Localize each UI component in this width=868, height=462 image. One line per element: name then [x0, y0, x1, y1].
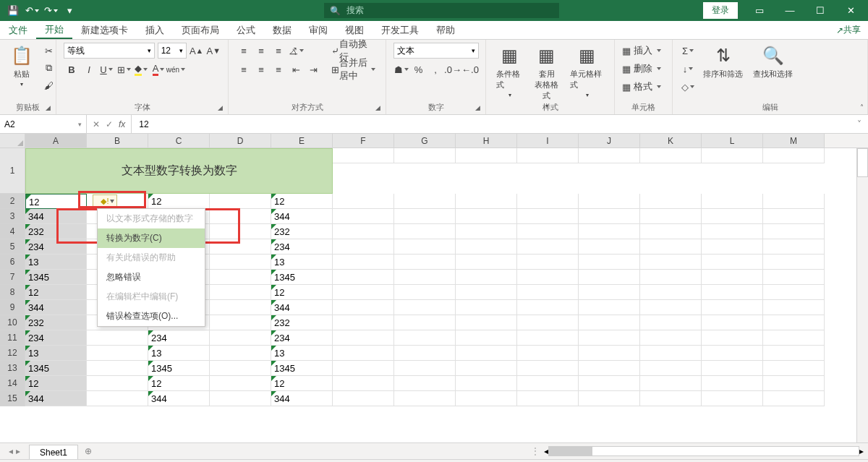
cell[interactable] — [333, 315, 394, 330]
cell[interactable] — [456, 285, 517, 300]
cell[interactable] — [702, 391, 763, 406]
cell[interactable] — [579, 346, 640, 361]
cell[interactable] — [456, 224, 517, 239]
col-header-C[interactable]: C — [148, 134, 210, 147]
cell[interactable] — [210, 254, 271, 270]
cell[interactable] — [640, 239, 702, 254]
add-sheet-button[interactable]: ⊕ — [78, 443, 98, 459]
fx-button[interactable]: fx — [119, 119, 125, 129]
cell[interactable]: 344 — [25, 391, 87, 406]
font-color-button[interactable]: A — [150, 61, 166, 77]
horizontal-scrollbar[interactable] — [548, 446, 859, 456]
delete-cells-button[interactable]: ▦ 删除 — [622, 61, 665, 77]
cell[interactable] — [333, 239, 394, 254]
cell[interactable] — [333, 330, 394, 346]
cell[interactable] — [763, 391, 825, 406]
cell[interactable] — [579, 361, 640, 376]
cell[interactable] — [456, 300, 517, 315]
cell[interactable] — [456, 376, 517, 391]
cell[interactable] — [579, 148, 640, 163]
cell[interactable] — [763, 285, 825, 300]
cell[interactable]: 344 — [271, 300, 333, 315]
cell[interactable] — [702, 315, 763, 330]
cell[interactable] — [333, 346, 394, 361]
cell[interactable] — [763, 270, 825, 285]
cell[interactable] — [517, 391, 579, 406]
cell[interactable] — [210, 391, 271, 406]
row-header-3[interactable]: 3 — [0, 209, 25, 224]
align-middle-button[interactable]: ≡ — [253, 43, 269, 59]
ribbon-collapse-button[interactable]: ˄ — [860, 103, 864, 111]
cell[interactable] — [456, 209, 517, 224]
redo-button[interactable]: ↷ — [42, 2, 59, 20]
cell[interactable]: 234 — [148, 330, 210, 346]
row-header-9[interactable]: 9 — [0, 300, 25, 315]
cell[interactable]: 13 — [271, 346, 333, 361]
cell[interactable] — [456, 239, 517, 254]
cell[interactable]: 234 — [271, 239, 333, 254]
orientation-button[interactable]: ⦨ — [288, 43, 304, 59]
cell[interactable] — [702, 270, 763, 285]
cell[interactable] — [763, 254, 825, 270]
cell[interactable]: 344 — [148, 391, 210, 406]
clear-button[interactable]: ◇ — [680, 79, 696, 95]
cell[interactable] — [579, 391, 640, 406]
cell[interactable] — [210, 330, 271, 346]
cell[interactable] — [640, 254, 702, 270]
shrink-font-button[interactable]: A▼ — [206, 43, 221, 59]
cell[interactable] — [394, 315, 456, 330]
row-header-11[interactable]: 11 — [0, 330, 25, 346]
align-center-button[interactable]: ≡ — [253, 61, 269, 77]
cell[interactable] — [702, 224, 763, 239]
cell[interactable]: 13 — [25, 346, 87, 361]
share-button[interactable]: ↗ 共享 — [829, 21, 868, 39]
cell[interactable]: 234 — [271, 330, 333, 346]
cell[interactable]: 12 — [271, 376, 333, 391]
cell[interactable]: 344 — [271, 209, 333, 224]
cell[interactable] — [394, 239, 456, 254]
col-header-J[interactable]: J — [579, 134, 640, 147]
inc-decimal-button[interactable]: .0→ — [445, 61, 461, 77]
sheet-tab-1[interactable]: Sheet1 — [29, 445, 78, 459]
format-painter-button[interactable]: 🖌 — [41, 77, 56, 93]
align-left-button[interactable]: ≡ — [236, 61, 252, 77]
sort-filter-button[interactable]: ⇅排序和筛选 — [700, 43, 746, 81]
title-merged-cell[interactable]: 文本型数字转换为数字 — [25, 148, 333, 194]
cell[interactable] — [333, 391, 394, 406]
cell[interactable]: 13 — [148, 346, 210, 361]
cell[interactable] — [517, 239, 579, 254]
cell[interactable]: 1345 — [25, 361, 87, 376]
cell[interactable]: 1345 — [271, 361, 333, 376]
cell[interactable] — [333, 254, 394, 270]
cell[interactable] — [517, 346, 579, 361]
row-header-15[interactable]: 15 — [0, 391, 25, 406]
tab-insert[interactable]: 插入 — [137, 21, 173, 39]
cell[interactable] — [517, 361, 579, 376]
currency-button[interactable]: ☗ — [393, 61, 409, 77]
cell[interactable]: 12 — [271, 285, 333, 300]
cell[interactable] — [579, 330, 640, 346]
cell[interactable] — [333, 376, 394, 391]
tab-pagelayout[interactable]: 页面布局 — [173, 21, 228, 39]
fill-color-button[interactable]: ◆ — [133, 61, 149, 77]
insert-cells-button[interactable]: ▦ 插入 — [622, 43, 665, 59]
cell[interactable] — [394, 346, 456, 361]
cell[interactable] — [517, 209, 579, 224]
col-header-E[interactable]: E — [271, 134, 333, 147]
tab-data[interactable]: 数据 — [264, 21, 300, 39]
cell[interactable] — [456, 391, 517, 406]
merge-center-button[interactable]: ⊞ 合并后居中 — [328, 61, 378, 77]
cell[interactable] — [579, 194, 640, 209]
cell[interactable] — [394, 224, 456, 239]
cell[interactable] — [517, 300, 579, 315]
cell[interactable] — [456, 194, 517, 209]
border-button[interactable]: ⊞ — [116, 61, 132, 77]
cell[interactable] — [702, 148, 763, 163]
cell[interactable] — [394, 209, 456, 224]
name-box[interactable]: A2▾ — [0, 115, 87, 133]
cell[interactable] — [763, 224, 825, 239]
cancel-formula-button[interactable]: ✕ — [93, 119, 100, 129]
row-header-14[interactable]: 14 — [0, 376, 25, 391]
cell[interactable]: 12 — [25, 285, 87, 300]
maximize-button[interactable]: ☐ — [806, 1, 835, 21]
